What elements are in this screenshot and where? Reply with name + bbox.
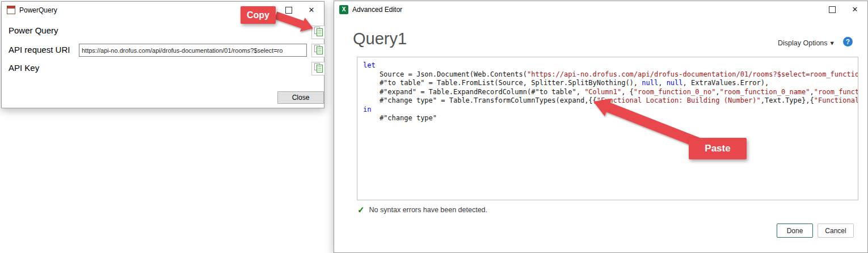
code-line: Source = Json.Document(Web.Contents("htt… [363,70,852,79]
close-dialog-button[interactable]: Close [277,91,324,104]
advanced-editor-window-controls: ✕ [821,1,866,18]
powerquery-dialog: PowerQuery ✕ Power Query API request URI… [1,1,325,108]
paste-callout: Paste [689,138,747,159]
copy-callout: Copy [241,6,276,24]
maximize-icon [829,6,836,13]
code-lines: let Source = Json.Document(Web.Contents(… [363,61,852,123]
check-icon: ✓ [357,205,365,215]
copy-api-key-button[interactable] [311,62,325,75]
powerquery-app-icon [7,6,15,14]
advanced-editor-window-title: Advanced Editor [352,6,402,14]
advanced-editor-titlebar: X Advanced Editor ✕ [334,1,867,18]
display-options-label: Display Options [778,39,828,47]
done-button[interactable]: Done [777,224,813,238]
api-request-uri-input[interactable] [79,44,307,57]
help-icon[interactable]: ? [843,37,853,47]
copy-power-query-button[interactable] [311,26,325,39]
code-line: #"to table" = Table.FromList(Source, Spl… [363,79,852,88]
powerquery-window-controls: ✕ [277,2,323,18]
advanced-editor-window: X Advanced Editor ✕ Query1 Display Optio… [334,1,868,253]
close-window-button[interactable]: ✕ [844,2,866,18]
powerquery-app-icon-bar [7,6,15,9]
query-title: Query1 [353,29,407,48]
api-request-uri-label: API request URI [9,45,70,54]
code-line: let [363,61,852,70]
code-line: in [363,106,852,115]
cancel-button[interactable]: Cancel [818,224,854,238]
maximize-button[interactable] [821,2,844,18]
close-window-button[interactable]: ✕ [300,2,323,18]
copy-icon [314,27,323,39]
chevron-down-icon: ▾ [831,39,834,47]
code-line: #"change type" [363,114,852,123]
syntax-status: ✓ No syntax errors have been detected. [357,205,487,215]
powerquery-window-title: PowerQuery [19,6,57,14]
close-icon: ✕ [309,6,315,14]
syntax-status-text: No syntax errors have been detected. [369,206,487,214]
maximize-icon [285,7,292,14]
excel-icon: X [339,5,348,14]
code-line: #"change type" = Table.TransformColumnTy… [363,96,852,106]
api-key-label: API Key [9,63,39,73]
display-options-dropdown[interactable]: Display Options ▾ [778,39,834,47]
code-line: #"expand" = Table.ExpandRecordColumn(#"t… [363,88,852,97]
close-icon: ✕ [852,5,858,14]
screenshot-root: { "colors": { "accent_red": "#e8474b", "… [0,0,868,253]
maximize-button[interactable] [277,2,300,18]
code-editor[interactable]: let Source = Json.Document(Web.Contents(… [357,57,858,200]
copy-icon [314,63,323,75]
copy-icon [314,45,323,57]
power-query-label: Power Query [9,26,58,35]
copy-api-uri-button[interactable] [311,44,325,57]
